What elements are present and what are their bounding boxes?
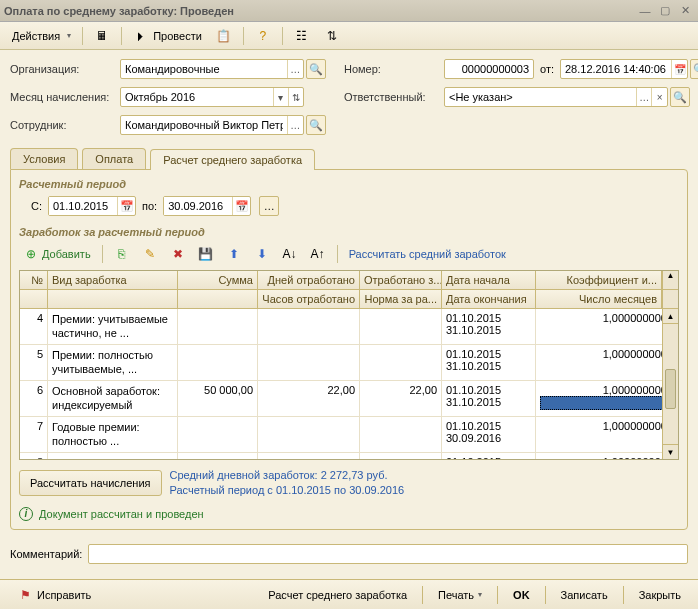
tab-payment[interactable]: Оплата — [82, 148, 146, 169]
earnings-section-title: Заработок за расчетный период — [19, 226, 679, 238]
period-to-field[interactable]: 📅 — [163, 196, 251, 216]
disk-icon: 💾 — [198, 246, 214, 262]
clear-icon[interactable]: × — [651, 88, 667, 106]
move-up-button[interactable]: ⬆ — [222, 244, 246, 264]
table-row[interactable]: 4Премии: учитываемые частично, не ...01.… — [20, 309, 678, 345]
scroll-up-icon[interactable]: ▲ — [663, 309, 678, 324]
stepper-icon[interactable]: ⇅ — [288, 88, 303, 106]
minimize-button[interactable]: — — [636, 3, 654, 19]
col-sum[interactable]: Сумма — [178, 271, 258, 289]
copy-button[interactable]: ⎘ — [110, 244, 134, 264]
fix-button[interactable]: ⚑Исправить — [8, 582, 100, 608]
calendar-icon[interactable]: 📅 — [232, 197, 250, 215]
arrow-down-icon: ⬇ — [254, 246, 270, 262]
col-date-end[interactable]: Дата окончания — [442, 290, 536, 308]
list-button-1[interactable]: ☷ — [288, 25, 316, 47]
move-down-button[interactable]: ⬇ — [250, 244, 274, 264]
month-field[interactable]: ▾ ⇅ — [120, 87, 304, 107]
select-icon[interactable]: … — [287, 116, 303, 134]
tab-average-calc[interactable]: Расчет среднего заработка — [150, 149, 315, 170]
close-button[interactable]: ✕ — [676, 3, 694, 19]
col-number[interactable]: № — [20, 271, 48, 289]
responsible-lookup-button[interactable]: 🔍 — [670, 87, 690, 107]
table-row[interactable]: 7Годовые премии: полностью ...01.10.2015… — [20, 417, 678, 453]
comment-field[interactable] — [88, 544, 688, 564]
post-button[interactable]: ⏵Провести — [127, 25, 208, 47]
period-select-button[interactable]: … — [259, 196, 279, 216]
magnifier-icon: 🔍 — [673, 91, 687, 104]
employee-input[interactable] — [121, 116, 287, 134]
col-worked[interactable]: Отработано з... — [360, 271, 442, 289]
col-norm[interactable]: Норма за ра... — [360, 290, 442, 308]
date-lookup-button[interactable]: 🔍 — [690, 59, 698, 79]
col-date-start[interactable]: Дата начала — [442, 271, 536, 289]
copy-icon: ⎘ — [114, 246, 130, 262]
period-from-field[interactable]: 📅 — [48, 196, 136, 216]
calc-icon-button[interactable]: 🖩 — [88, 25, 116, 47]
period-to-input[interactable] — [164, 197, 232, 215]
calendar-icon[interactable]: 📅 — [671, 60, 687, 78]
org-field[interactable]: … — [120, 59, 304, 79]
date-field[interactable]: 📅 — [560, 59, 688, 79]
col-months[interactable]: Число месяцев — [536, 290, 662, 308]
close-footer-button[interactable]: Закрыть — [630, 584, 690, 606]
col-coef[interactable]: Коэффициент и... — [536, 271, 662, 289]
org-lookup-button[interactable]: 🔍 — [306, 59, 326, 79]
add-button[interactable]: ⊕Добавить — [19, 244, 95, 264]
table-row[interactable]: 6Основной заработок: индексируемый50 000… — [20, 381, 678, 417]
table-row[interactable]: 5Премии: полностью учитываемые, ...01.10… — [20, 345, 678, 381]
earnings-table: № Вид заработка Сумма Дней отработано От… — [19, 270, 679, 460]
calendar-icon[interactable]: 📅 — [117, 197, 135, 215]
comment-input[interactable] — [89, 545, 687, 563]
list-button-2[interactable]: ⇅ — [318, 25, 346, 47]
sort-desc-button[interactable]: A↑ — [306, 244, 330, 264]
calc-average-link[interactable]: Рассчитать средний заработок — [345, 246, 510, 262]
col-kind[interactable]: Вид заработка — [48, 271, 178, 289]
avg-daily: Средний дневной заработок: 2 272,73 руб. — [170, 468, 405, 483]
maximize-button[interactable]: ▢ — [656, 3, 674, 19]
separator — [82, 27, 83, 45]
table-body[interactable]: 4Премии: учитываемые частично, не ...01.… — [20, 309, 678, 459]
period-from-input[interactable] — [49, 197, 117, 215]
dropdown-icon[interactable]: ▾ — [273, 88, 288, 106]
vertical-scrollbar[interactable]: ▲ ▼ — [662, 309, 678, 459]
col-days[interactable]: Дней отработано — [258, 271, 360, 289]
pencil-icon: ✎ — [142, 246, 158, 262]
calc-avg-footer-button[interactable]: Расчет среднего заработка — [259, 584, 416, 606]
scroll-thumb[interactable] — [665, 369, 676, 409]
date-input[interactable] — [561, 60, 671, 78]
delete-button[interactable]: ✖ — [166, 244, 190, 264]
status-text: Документ рассчитан и проведен — [39, 508, 204, 520]
tab-conditions[interactable]: Условия — [10, 148, 78, 169]
ok-button[interactable]: OK — [504, 584, 539, 606]
org-input[interactable] — [121, 60, 287, 78]
col-hours[interactable]: Часов отработано — [258, 290, 360, 308]
edit-button[interactable]: ✎ — [138, 244, 162, 264]
separator — [282, 27, 283, 45]
table-row[interactable]: 8Годовые премии:01.10.20151,0000000000 — [20, 453, 678, 459]
save-footer-button[interactable]: Записать — [552, 584, 617, 606]
month-label: Месяц начисления: — [10, 91, 120, 103]
info-icon: i — [19, 507, 33, 521]
struct-button[interactable]: 📋 — [210, 25, 238, 47]
print-button[interactable]: Печать — [429, 584, 491, 606]
help-button[interactable]: ? — [249, 25, 277, 47]
employee-lookup-button[interactable]: 🔍 — [306, 115, 326, 135]
actions-menu[interactable]: Действия — [6, 27, 77, 45]
list2-icon: ⇅ — [324, 28, 340, 44]
number-field[interactable] — [444, 59, 534, 79]
select-icon[interactable]: … — [636, 88, 652, 106]
period-to-label: по: — [142, 200, 157, 212]
separator — [102, 245, 103, 263]
scroll-down-icon[interactable]: ▼ — [663, 444, 678, 459]
org-label: Организация: — [10, 63, 120, 75]
employee-field[interactable]: … — [120, 115, 304, 135]
responsible-field[interactable]: … × — [444, 87, 668, 107]
month-input[interactable] — [121, 88, 273, 106]
sort-asc-button[interactable]: A↓ — [278, 244, 302, 264]
save-button[interactable]: 💾 — [194, 244, 218, 264]
number-input[interactable] — [445, 60, 533, 78]
responsible-input[interactable] — [445, 88, 636, 106]
select-icon[interactable]: … — [287, 60, 303, 78]
calculate-button[interactable]: Рассчитать начисления — [19, 470, 162, 496]
